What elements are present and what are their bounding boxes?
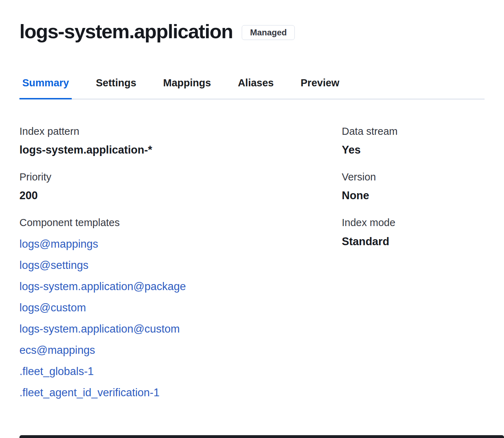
component-template-link[interactable]: .fleet_agent_id_verification-1 (19, 382, 159, 403)
tab-bar: Summary Settings Mappings Aliases Previe… (19, 77, 485, 99)
index-mode-value: Standard (342, 235, 485, 248)
field-component-templates: Component templates logs@mappings logs@s… (19, 216, 342, 403)
data-stream-value: Yes (342, 143, 485, 156)
component-template-link[interactable]: logs-system.application@package (19, 276, 186, 297)
component-template-link[interactable]: .fleet_globals-1 (19, 361, 94, 382)
metadata-code-block (19, 435, 504, 438)
field-index-pattern: Index pattern logs-system.application-* (19, 125, 342, 156)
version-value: None (342, 189, 485, 202)
data-stream-label: Data stream (342, 125, 485, 138)
index-pattern-label: Index pattern (19, 125, 342, 138)
version-label: Version (342, 171, 485, 183)
field-data-stream: Data stream Yes (342, 125, 485, 156)
tab-summary[interactable]: Summary (19, 77, 72, 99)
tab-aliases[interactable]: Aliases (235, 77, 277, 99)
component-template-list: logs@mappings logs@settings logs-system.… (19, 234, 342, 403)
priority-value: 200 (19, 189, 342, 202)
managed-badge: Managed (242, 25, 295, 40)
template-details-page: logs-system.application Managed Summary … (0, 0, 504, 438)
component-template-link[interactable]: logs-system.application@custom (19, 318, 180, 340)
page-title: logs-system.application (19, 21, 233, 42)
field-version: Version None (342, 171, 485, 202)
summary-content: Index pattern logs-system.application-* … (19, 125, 485, 417)
tab-preview[interactable]: Preview (298, 77, 342, 99)
priority-label: Priority (19, 171, 342, 183)
index-mode-label: Index mode (342, 216, 485, 229)
component-templates-label: Component templates (19, 216, 342, 229)
component-template-link[interactable]: logs@settings (19, 255, 88, 276)
component-template-link[interactable]: ecs@mappings (19, 340, 95, 361)
field-priority: Priority 200 (19, 171, 342, 202)
index-pattern-value: logs-system.application-* (19, 143, 342, 156)
tab-mappings[interactable]: Mappings (160, 77, 214, 99)
component-template-link[interactable]: logs@custom (19, 297, 86, 318)
summary-left-column: Index pattern logs-system.application-* … (19, 125, 342, 417)
summary-right-column: Data stream Yes Version None Index mode … (342, 125, 485, 417)
page-header: logs-system.application Managed (19, 21, 485, 42)
tab-settings[interactable]: Settings (93, 77, 139, 99)
component-template-link[interactable]: logs@mappings (19, 234, 98, 255)
field-index-mode: Index mode Standard (342, 216, 485, 248)
